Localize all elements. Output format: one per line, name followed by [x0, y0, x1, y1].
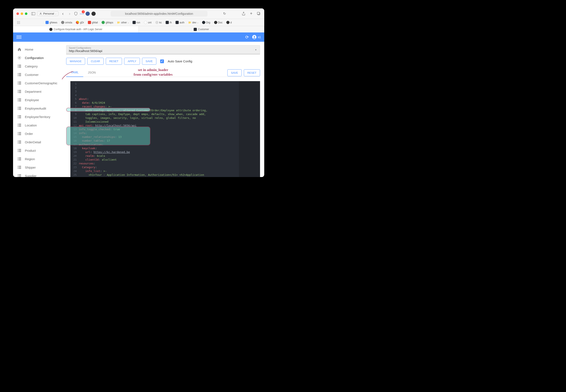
refresh-icon[interactable]: ⟳	[245, 35, 249, 40]
user-chip[interactable]: s1	[252, 35, 261, 39]
list-icon	[17, 64, 22, 68]
svg-rect-67	[18, 134, 18, 135]
inner-save-button[interactable]: SAVE	[227, 69, 242, 76]
sidebar-item-supplier[interactable]: Supplier	[13, 171, 62, 177]
bookmark-item[interactable]: auth	[176, 21, 184, 24]
svg-rect-93	[19, 167, 21, 168]
bookmark-item[interactable]: gNews	[45, 21, 57, 24]
bookmark-item[interactable]: gMail	[88, 21, 98, 24]
inner-reset-button[interactable]: RESET	[244, 69, 260, 76]
annotation-text: set in admin_loader from config/env vari…	[134, 68, 173, 77]
bookmark-item[interactable]: gDr	[76, 21, 84, 24]
browser-window: Personal ⌵ ‹ › ⋯ 1 localhost:5656/admin-…	[13, 8, 264, 177]
sidebar-item-customerdemographic[interactable]: CustomerDemographic	[13, 79, 62, 87]
sidebar-item-region[interactable]: Region	[13, 155, 62, 163]
new-tab-icon[interactable]: +	[249, 12, 253, 16]
traffic-lights[interactable]	[16, 13, 28, 15]
browser-tab[interactable]: Configure Keycloak auth - API Logic Serv…	[13, 26, 139, 32]
reload-icon[interactable]: ↻	[222, 12, 227, 16]
sidebar-item-employee[interactable]: Employee	[13, 96, 62, 104]
svg-rect-81	[19, 150, 21, 151]
yaml-tab[interactable]: YAML	[66, 68, 83, 77]
profile-name: Personal	[43, 12, 54, 15]
sidebar-item-department[interactable]: Department	[13, 87, 62, 96]
svg-rect-89	[18, 166, 18, 167]
sidebar-item-label: Order	[25, 132, 33, 136]
bookmark-item[interactable]: ont	[144, 21, 152, 24]
bookmark-item[interactable]: Org	[202, 21, 210, 24]
browser-tab[interactable]: Customer	[139, 26, 264, 32]
sidebar-item-product[interactable]: Product	[13, 146, 62, 155]
list-icon	[17, 140, 22, 144]
minimize-window[interactable]	[21, 13, 23, 15]
svg-rect-35	[18, 90, 18, 91]
apply-button[interactable]: APPLY	[124, 58, 140, 65]
extension-icon[interactable]	[91, 12, 96, 16]
json-tab[interactable]: JSON	[83, 68, 100, 77]
tabs-overview-icon[interactable]	[257, 12, 261, 16]
yaml-editor[interactable]: 1234567891011121314151617181920212223242…	[70, 81, 260, 177]
profile-selector[interactable]: Personal ⌵	[37, 11, 59, 16]
minimap[interactable]	[239, 81, 260, 177]
sidebar-item-label: Supplier	[25, 174, 36, 177]
svg-rect-99	[19, 176, 21, 176]
bookmark-item[interactable]: run	[133, 21, 140, 24]
clear-button[interactable]: CLEAR	[87, 58, 103, 65]
bookmark-item[interactable]: gMaps	[102, 21, 113, 24]
close-window[interactable]	[16, 13, 19, 15]
maximize-window[interactable]	[25, 13, 28, 15]
sidebar-toggle-icon[interactable]	[31, 12, 35, 16]
manage-button[interactable]: MANAGE	[66, 58, 85, 65]
sidebar-item-employeeterritory[interactable]: EmployeeTerritory	[13, 112, 62, 121]
url-bar[interactable]: localhost:5656/admin-app/index.html#/Con…	[111, 11, 207, 17]
hamburger-menu-icon[interactable]	[16, 35, 22, 40]
svg-rect-83	[18, 157, 18, 158]
extension-icon[interactable]	[85, 12, 90, 16]
bookmark-folder[interactable]: 📁other ⌵	[117, 21, 128, 24]
svg-rect-84	[18, 159, 18, 159]
forward-button[interactable]: ›	[67, 11, 72, 16]
reset-button[interactable]: RESET	[106, 58, 122, 65]
svg-rect-79	[18, 151, 18, 152]
list-icon	[17, 72, 22, 77]
chevron-down-icon: ⌵	[55, 13, 56, 15]
svg-rect-31	[18, 84, 18, 84]
svg-rect-45	[19, 100, 21, 100]
svg-rect-32	[19, 82, 21, 82]
list-icon	[17, 81, 22, 85]
sidebar-item-employeeaudit[interactable]: EmployeeAudit	[13, 104, 62, 112]
list-icon	[17, 98, 22, 102]
list-icon	[17, 165, 22, 169]
sidebar-item-order[interactable]: Order	[13, 129, 62, 138]
code-content[interactable]: about: date: 6/6/2024 recent_changes: >-…	[79, 81, 239, 177]
sidebar-item-configuration[interactable]: Configuration	[13, 54, 62, 62]
list-icon	[17, 115, 22, 119]
bookmark-item[interactable]: kc	[155, 21, 162, 24]
bookmark-item[interactable]: d	[226, 21, 232, 24]
back-button[interactable]: ‹	[60, 11, 65, 16]
sidebar-item-category[interactable]: Category	[13, 62, 62, 70]
autosave-checkbox[interactable]	[160, 59, 164, 63]
sidebar-item-customer[interactable]: Customer	[13, 70, 62, 79]
bookmark-folder[interactable]: 📁dev ⌵	[188, 21, 198, 24]
list-icon	[17, 89, 22, 94]
list-icon	[17, 174, 22, 177]
sidebar-item-shipper[interactable]: Shipper	[13, 163, 62, 171]
svg-rect-73	[18, 143, 18, 143]
apps-grid-icon[interactable]	[16, 20, 21, 25]
sidebar-item-label: Employee	[25, 98, 39, 102]
save-button[interactable]: SAVE	[142, 58, 156, 65]
sidebar-item-orderdetail[interactable]: OrderDetail	[13, 138, 62, 146]
svg-point-7	[19, 21, 20, 22]
bookmark-item[interactable]: orinda	[61, 21, 72, 24]
sidebar-item-home[interactable]: Home	[13, 45, 62, 54]
share-icon[interactable]	[241, 12, 246, 16]
sidebar-item-location[interactable]: Location	[13, 121, 62, 129]
bookmark-item[interactable]: Doc	[214, 21, 222, 24]
saved-config-select[interactable]: Saved Configurations http://localhost:56…	[66, 45, 260, 54]
extension-menu[interactable]: ⋯ 1	[80, 11, 84, 16]
bookmark-item[interactable]: /h	[166, 21, 172, 24]
svg-rect-87	[19, 159, 21, 159]
shield-icon[interactable]	[74, 12, 78, 16]
autosave-label: Auto Save Config	[168, 59, 192, 63]
